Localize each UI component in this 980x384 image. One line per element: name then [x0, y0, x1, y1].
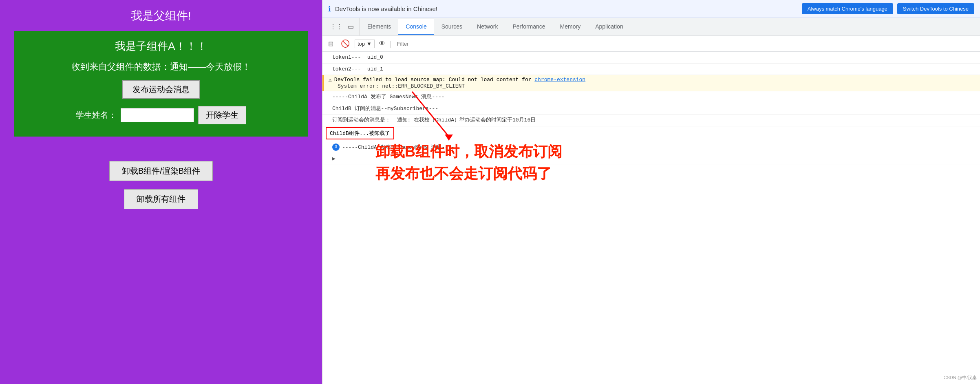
console-line-childb-sub: ChildB 订阅的消息--mySubscribers---	[322, 103, 980, 115]
info-text: DevTools is now available in Chinese!	[335, 5, 798, 12]
tab-console[interactable]: Console	[398, 19, 434, 35]
student-row: 学生姓名： 开除学生	[76, 106, 246, 124]
filter-input[interactable]	[394, 39, 977, 49]
tab-application[interactable]: Application	[588, 19, 631, 35]
publish-sports-btn[interactable]: 发布运动会消息	[122, 80, 200, 99]
console-line-sports-notify: 订阅到运动会的消息是： 通知: 在我校（ChildA）举办运动会的时间定于10月…	[322, 115, 980, 126]
toolbar-divider: |	[389, 40, 391, 48]
eye-btn[interactable]: 👁	[377, 38, 387, 49]
warning-icon: ⚠	[329, 77, 332, 83]
unload-all-btn[interactable]: 卸载所有组件	[124, 189, 198, 209]
context-select[interactable]: top ▼	[355, 40, 375, 48]
always-match-btn[interactable]: Always match Chrome's language	[802, 3, 893, 14]
watermark: CSDN @中/汉桌	[944, 375, 977, 381]
chrome-ext-link[interactable]: chrome-extension	[534, 77, 585, 83]
info-icon: ℹ	[328, 4, 331, 13]
svg-marker-1	[445, 135, 453, 141]
student-input[interactable]	[121, 108, 194, 122]
unload-b-btn[interactable]: 卸载B组件/渲染B组件	[109, 161, 213, 181]
console-warning-line1: ⚠ DevTools failed to load source map: Co…	[329, 77, 975, 83]
switch-devtools-btn[interactable]: Switch DevTools to Chinese	[897, 3, 974, 14]
console-line-text: token2--- uid_1	[332, 65, 383, 73]
tab-memory[interactable]: Memory	[553, 19, 588, 35]
tab-network[interactable]: Network	[470, 19, 505, 35]
expel-btn[interactable]: 开除学生	[198, 106, 246, 124]
console-line-child-a-1: -----ChildA 发布了 GamesNews 消息----	[322, 91, 980, 103]
console-warning-line2: System error: net::ERR_BLOCKED_BY_CLIENT	[329, 83, 975, 89]
parent-title: 我是父组件!	[0, 8, 322, 24]
devtools-info-bar: ℹ DevTools is now available in Chinese! …	[322, 0, 980, 18]
console-line-child-a-counted: 3 -----ChildA 发布了 GamesNews 消息----	[322, 142, 980, 154]
console-line-text: -----ChildA 发布了 GamesNews 消息----	[342, 143, 455, 152]
child-a-data: 收到来自父组件的数据：通知——今天放假！	[71, 61, 251, 73]
child-a-box: 我是子组件A！！！ 收到来自父组件的数据：通知——今天放假！ 发布运动会消息 学…	[14, 31, 308, 137]
sidebar-toggle-btn[interactable]: ⊟	[326, 38, 336, 49]
chevron-down-icon: ▼	[366, 41, 372, 47]
student-label: 学生姓名：	[76, 110, 117, 121]
child-a-title: 我是子组件A！！！	[115, 39, 207, 53]
count-badge: 3	[332, 143, 340, 151]
clear-btn[interactable]: 🚫	[338, 38, 352, 50]
devtools-panel: ℹ DevTools is now available in Chinese! …	[322, 0, 980, 384]
device-icon[interactable]: ▭	[346, 21, 355, 32]
expand-arrow-icon[interactable]: ▶	[332, 155, 335, 163]
devtools-tabs: ⋮⋮ ▭ Elements Console Sources Network Pe…	[322, 18, 980, 36]
tab-icons: ⋮⋮ ▭	[324, 18, 360, 35]
context-label: top	[358, 41, 365, 47]
console-warning-block: ⚠ DevTools failed to load source map: Co…	[322, 75, 980, 91]
console-line-text: -----ChildA 发布了 GamesNews 消息----	[332, 93, 445, 101]
annotation-line2: 再发布也不会走订阅代码了	[375, 163, 980, 185]
console-line-text: ChildB 订阅的消息--mySubscribers---	[332, 105, 438, 113]
console-content[interactable]: token1--- uid_0 token2--- uid_1 ⚠ DevToo…	[322, 52, 980, 384]
inspect-icon[interactable]: ⋮⋮	[328, 21, 344, 32]
console-line-text: 订阅到运动会的消息是： 通知: 在我校（ChildA）举办运动会的时间定于10月…	[332, 116, 536, 124]
console-line-text: token1--- uid_0	[332, 53, 383, 62]
childb-unmounted-bordered: ChildB组件...被卸载了	[326, 127, 394, 139]
tab-performance[interactable]: Performance	[505, 19, 552, 35]
console-line-arrow: ▶	[322, 153, 980, 165]
console-line-token1: token1--- uid_0	[322, 52, 980, 64]
warning-text1: DevTools failed to load source map: Coul…	[334, 77, 585, 83]
console-toolbar: ⊟ 🚫 top ▼ 👁 |	[322, 36, 980, 52]
console-line-token2: token2--- uid_1	[322, 64, 980, 75]
tab-sources[interactable]: Sources	[434, 19, 470, 35]
tab-elements[interactable]: Elements	[360, 19, 398, 35]
left-panel: 我是父组件! 我是子组件A！！！ 收到来自父组件的数据：通知——今天放假！ 发布…	[0, 0, 322, 384]
